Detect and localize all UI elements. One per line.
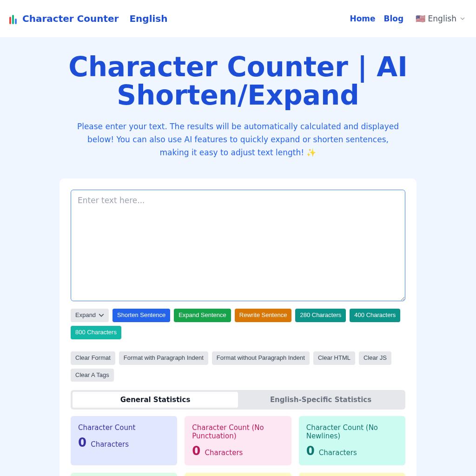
stat-char-count: Character Count 0 Characters — [71, 416, 177, 465]
clear-a-tags-button[interactable]: Clear A Tags — [71, 369, 114, 382]
text-input[interactable] — [71, 190, 405, 301]
stat-char-no-punct: Character Count (No Punctuation) 0 Chara… — [185, 416, 291, 465]
clear-format-button[interactable]: Clear Format — [71, 351, 115, 365]
brand[interactable]: Character Counter English — [7, 13, 168, 24]
stat-line-count: Line Count 0 Lines — [185, 473, 291, 476]
brand-title-b: English — [129, 13, 167, 24]
expand-sentence-button[interactable]: Expand Sentence — [174, 309, 231, 322]
shorten-sentence-button[interactable]: Shorten Sentence — [112, 309, 170, 322]
expand-menu-label: Expand — [75, 311, 96, 319]
stat-unit: Characters — [205, 449, 243, 457]
tab-general-stats[interactable]: General Statistics — [73, 392, 238, 408]
chevron-down-icon — [460, 16, 465, 21]
bar-chart-icon — [7, 13, 19, 24]
stat-value: 0 — [78, 436, 86, 450]
tab-english-stats[interactable]: English-Specific Statistics — [238, 392, 403, 408]
stat-char-no-newlines: Character Count (No Newlines) 0 Characte… — [299, 416, 405, 465]
stat-value: 0 — [192, 444, 200, 458]
stat-char-no-space-newline: Character Count (No Spaces or Newlines) … — [71, 473, 177, 476]
stat-unit: Characters — [319, 449, 357, 457]
stat-value: 0 — [306, 444, 315, 458]
stat-non-empty-line-count: Non-Empty Line Count 0 Lines — [299, 473, 405, 476]
chars-800-button[interactable]: 800 Characters — [71, 326, 121, 339]
language-selector[interactable]: 🇺🇸 English — [412, 12, 469, 25]
main-card: Expand Shorten Sentence Expand Sentence … — [60, 178, 416, 476]
nav: Home Blog 🇺🇸 English — [350, 12, 469, 25]
chevron-down-icon — [99, 312, 104, 318]
stat-unit: Characters — [91, 440, 129, 449]
ai-button-row: Expand Shorten Sentence Expand Sentence … — [71, 309, 405, 339]
chars-400-button[interactable]: 400 Characters — [350, 309, 400, 322]
nav-home[interactable]: Home — [350, 14, 375, 23]
nav-blog[interactable]: Blog — [384, 14, 404, 23]
stat-label: Character Count — [78, 423, 170, 432]
format-without-indent-button[interactable]: Format without Paragraph Indent — [212, 351, 310, 365]
brand-title-a: Character Counter — [22, 13, 119, 24]
format-button-row: Clear Format Format with Paragraph Inden… — [71, 351, 405, 382]
header: Character Counter English Home Blog 🇺🇸 E… — [0, 0, 476, 37]
chars-280-button[interactable]: 280 Characters — [295, 309, 346, 322]
stat-label: Character Count (No Newlines) — [306, 423, 398, 440]
stats-tabs: General Statistics English-Specific Stat… — [71, 390, 405, 410]
clear-js-button[interactable]: Clear JS — [359, 351, 391, 365]
format-with-indent-button[interactable]: Format with Paragraph Indent — [119, 351, 208, 365]
rewrite-sentence-button[interactable]: Rewrite Sentence — [235, 309, 292, 322]
stats-grid: Character Count 0 Characters Character C… — [71, 416, 405, 476]
hero: Character Counter | AI Shorten/Expand Pl… — [0, 37, 476, 476]
page-subtitle: Please enter your text. The results will… — [75, 120, 401, 159]
clear-html-button[interactable]: Clear HTML — [313, 351, 355, 365]
expand-menu-button[interactable]: Expand — [71, 309, 109, 322]
stat-label: Character Count (No Punctuation) — [192, 423, 284, 440]
language-label: 🇺🇸 English — [416, 14, 456, 23]
page-title: Character Counter | AI Shorten/Expand — [36, 53, 440, 110]
